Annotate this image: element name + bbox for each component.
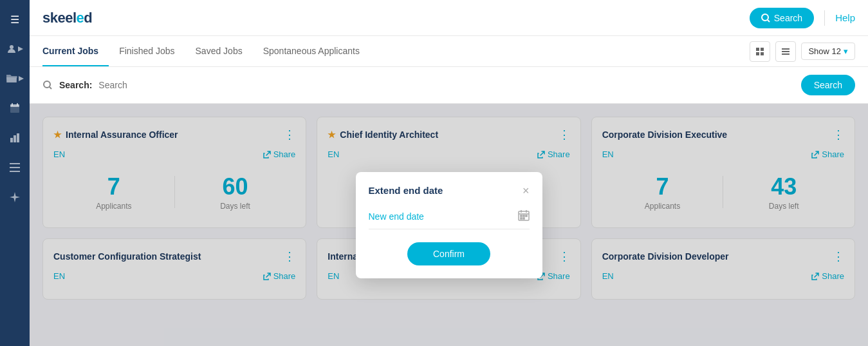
svg-rect-15 [756,52,759,55]
topbar-right: Search Help [750,8,855,28]
svg-rect-26 [521,215,522,216]
svg-rect-16 [761,52,764,55]
main-content: skeeled Search Help Current Jobs Finishe… [30,0,868,346]
search-label: Search: [59,80,92,90]
show-count-button[interactable]: Show 12 ▾ [801,43,855,60]
help-link[interactable]: Help [835,12,855,23]
divider [824,10,825,26]
logo: skeeled [42,10,92,26]
modal-date-field [369,209,530,229]
sidebar: ☰ [0,0,30,346]
search-button-label: Search [774,13,802,23]
svg-point-11 [762,14,768,21]
svg-rect-10 [10,171,20,172]
svg-point-0 [10,45,14,49]
tabs: Current Jobs Finished Jobs Saved Jobs Sp… [42,36,370,66]
svg-rect-6 [14,135,16,142]
svg-rect-14 [761,48,764,51]
svg-rect-13 [756,48,759,51]
calendar-icon[interactable] [3,97,26,120]
jobs-area: ★ Internal Assurance Officer ⋮ EN Share … [30,104,868,346]
svg-rect-30 [523,218,524,219]
modal-title: Extend end date [369,185,443,196]
svg-rect-9 [10,167,20,168]
svg-rect-27 [523,215,524,216]
svg-line-21 [50,87,51,89]
menu-icon[interactable]: ☰ [3,8,26,31]
folder-icon[interactable] [3,67,26,90]
svg-rect-18 [782,51,790,52]
list-view-button[interactable] [775,41,796,62]
svg-rect-29 [521,218,522,219]
tabs-bar: Current Jobs Finished Jobs Saved Jobs Sp… [30,36,868,67]
svg-rect-28 [526,215,527,216]
modal-header: Extend end date × [369,185,530,197]
search-bar: Search: Search [30,67,868,104]
svg-rect-5 [10,138,13,142]
user-icon[interactable] [3,37,26,61]
calendar-icon [518,209,530,224]
tab-spontaneous-applicants[interactable]: Spontaneous Applicants [253,36,370,66]
svg-line-12 [768,20,770,22]
tab-saved-jobs[interactable]: Saved Jobs [185,36,253,66]
modal-overlay: Extend end date × [30,104,868,346]
search-input-wrapper [98,80,794,90]
new-end-date-input[interactable] [369,211,518,222]
show-count-label: Show 12 [808,46,841,56]
sparkle-icon[interactable] [3,186,26,209]
search-go-button[interactable]: Search [801,75,855,95]
list-icon[interactable] [3,156,26,179]
svg-rect-8 [10,163,20,164]
extend-end-date-modal: Extend end date × [356,172,542,278]
tabs-controls: Show 12 ▾ [750,41,855,62]
global-search-button[interactable]: Search [750,8,814,28]
search-icon [42,80,53,90]
svg-rect-19 [782,53,790,55]
confirm-button[interactable]: Confirm [407,242,490,265]
grid-view-button[interactable] [750,41,770,62]
tab-finished-jobs[interactable]: Finished Jobs [109,36,185,66]
topbar: skeeled Search Help [30,0,868,36]
modal-close-button[interactable]: × [522,185,530,197]
search-input[interactable] [98,80,794,90]
chevron-down-icon: ▾ [844,46,848,56]
chart-icon[interactable] [3,126,26,149]
tab-current-jobs[interactable]: Current Jobs [42,36,109,66]
svg-point-20 [44,81,50,88]
svg-rect-17 [782,48,790,50]
svg-rect-7 [17,133,19,142]
